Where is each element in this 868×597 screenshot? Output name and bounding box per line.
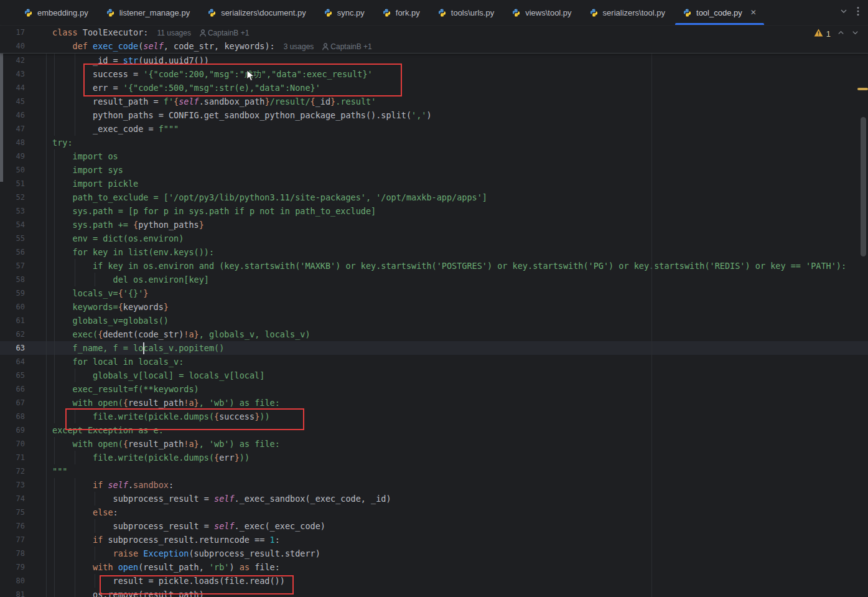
left-scroll-strip[interactable] [0, 54, 3, 182]
code-line-60[interactable]: 60 keywords={keywords} [0, 300, 868, 314]
line-number[interactable]: 75 [0, 505, 25, 519]
usages-hint[interactable]: 11 usages [157, 29, 191, 37]
author-hint[interactable]: CaptainB +1 [322, 42, 371, 51]
line-number[interactable]: 63 [0, 341, 25, 355]
code-line-46[interactable]: 46 python_paths = CONFIG.get_sandbox_pyt… [0, 108, 868, 122]
line-number[interactable]: 80 [0, 574, 25, 588]
line-number[interactable]: 53 [0, 204, 25, 218]
sticky-line-17[interactable]: 17class ToolExecutor:11 usages CaptainB … [0, 26, 868, 39]
code-line-77[interactable]: 77 if subprocess_result.returncode == 1: [0, 533, 868, 547]
code-line-78[interactable]: 78 raise Exception(subprocess_result.std… [0, 547, 868, 560]
line-number[interactable]: 40 [0, 39, 25, 53]
code-line-76[interactable]: 76 subprocess_result = self._exec(_exec_… [0, 519, 868, 533]
tab-tools-urls-py[interactable]: tools\urls.py [429, 0, 503, 25]
line-number[interactable]: 50 [0, 163, 25, 177]
code-line-58[interactable]: 58 del os.environ[key] [0, 273, 868, 286]
line-number[interactable]: 67 [0, 396, 25, 410]
code-line-70[interactable]: 70 with open({result_path!a}, 'wb') as f… [0, 437, 868, 451]
line-number[interactable]: 72 [0, 464, 25, 478]
code-line-55[interactable]: 55 env = dict(os.environ) [0, 232, 868, 245]
code-line-64[interactable]: 64 for local in locals_v: [0, 355, 868, 369]
line-number[interactable]: 61 [0, 314, 25, 327]
tab-sync-py[interactable]: sync.py [315, 0, 373, 25]
code-line-74[interactable]: 74 subprocess_result = self._exec_sandbo… [0, 492, 868, 505]
line-number[interactable]: 47 [0, 122, 25, 136]
line-number[interactable]: 46 [0, 108, 25, 122]
line-number[interactable]: 64 [0, 355, 25, 369]
line-number[interactable]: 43 [0, 67, 25, 81]
code-token: )) [240, 453, 250, 463]
line-number[interactable]: 74 [0, 492, 25, 505]
tab-tool-code-py[interactable]: tool_code.py✕ [674, 0, 765, 25]
code-line-67[interactable]: 67 with open({result_path!a}, 'wb') as f… [0, 396, 868, 410]
code-line-73[interactable]: 73 if self.sandbox: [0, 478, 868, 492]
line-number[interactable]: 57 [0, 259, 25, 273]
sticky-line-40[interactable]: 40 def exec_code(self, code_str, keyword… [0, 39, 868, 53]
code-line-57[interactable]: 57 if key in os.environ and (key.startsw… [0, 259, 868, 273]
code-line-45[interactable]: 45 result_path = f'{self.sandbox_path}/r… [0, 95, 868, 108]
usages-hint[interactable]: 3 usages [284, 42, 314, 51]
code-line-63[interactable]: 63 f_name, f = locals_v.popitem() [0, 341, 868, 355]
line-number[interactable]: 51 [0, 177, 25, 190]
line-number[interactable]: 42 [0, 54, 25, 67]
code-line-72[interactable]: 72""" [0, 464, 868, 478]
code-line-75[interactable]: 75 else: [0, 505, 868, 519]
line-number[interactable]: 58 [0, 273, 25, 286]
line-number[interactable]: 48 [0, 136, 25, 149]
tab-serializers-document-py[interactable]: serializers\document.py [198, 0, 315, 25]
line-number[interactable]: 49 [0, 149, 25, 163]
code-line-52[interactable]: 52 path_to_exclude = ['/opt/py3/lib/pyth… [0, 190, 868, 204]
author-hint[interactable]: CaptainB +1 [200, 29, 249, 37]
tab-serializers-tool-py[interactable]: serializers\tool.py [581, 0, 674, 25]
hidden-tabs-chevron-down-icon[interactable] [839, 7, 848, 18]
code-line-54[interactable]: 54 sys.path += {python_paths} [0, 218, 868, 232]
code-token: if [93, 535, 108, 545]
line-number[interactable]: 76 [0, 519, 25, 533]
code-line-49[interactable]: 49 import os [0, 149, 868, 163]
line-number[interactable]: 81 [0, 588, 25, 597]
error-stripe-warning-mark[interactable] [857, 88, 868, 90]
line-number[interactable]: 77 [0, 533, 25, 547]
code-line-48[interactable]: 48try: [0, 136, 868, 149]
code-line-50[interactable]: 50 import sys [0, 163, 868, 177]
line-number[interactable]: 78 [0, 547, 25, 560]
more-options-kebab-icon[interactable] [857, 6, 859, 19]
line-number[interactable]: 70 [0, 437, 25, 451]
code-line-51[interactable]: 51 import pickle [0, 177, 868, 190]
ide-window: embedding.py listener_manage.py serializ… [0, 0, 868, 597]
line-number[interactable]: 52 [0, 190, 25, 204]
line-number[interactable]: 62 [0, 327, 25, 341]
code-line-66[interactable]: 66 exec_result=f(**keywords) [0, 382, 868, 396]
tab-views-tool-py[interactable]: views\tool.py [503, 0, 580, 25]
tab-embedding-py[interactable]: embedding.py [15, 0, 97, 25]
code-line-71[interactable]: 71 file.write(pickle.dumps({err})) [0, 451, 868, 464]
line-number[interactable]: 68 [0, 410, 25, 423]
line-number[interactable]: 56 [0, 245, 25, 259]
code-line-59[interactable]: 59 locals_v={'{}'} [0, 286, 868, 300]
line-number[interactable]: 66 [0, 382, 25, 396]
code-line-56[interactable]: 56 for key in list(env.keys()): [0, 245, 868, 259]
line-number[interactable]: 73 [0, 478, 25, 492]
line-number[interactable]: 54 [0, 218, 25, 232]
tab-fork-py[interactable]: fork.py [373, 0, 429, 25]
code-line-79[interactable]: 79 with open(result_path, 'rb') as file: [0, 560, 868, 574]
tab-listener-manage-py[interactable]: listener_manage.py [97, 0, 198, 25]
code-line-47[interactable]: 47 _exec_code = f""" [0, 122, 868, 136]
line-number[interactable]: 71 [0, 451, 25, 464]
line-number[interactable]: 55 [0, 232, 25, 245]
line-number[interactable]: 79 [0, 560, 25, 574]
line-number[interactable]: 60 [0, 300, 25, 314]
line-number[interactable]: 17 [0, 26, 25, 39]
code-editor[interactable]: 42 _id = str(uuid.uuid7())43 success = '… [0, 54, 868, 597]
line-number[interactable]: 69 [0, 423, 25, 437]
line-number[interactable]: 59 [0, 286, 25, 300]
code-line-61[interactable]: 61 globals_v=globals() [0, 314, 868, 327]
line-number[interactable]: 65 [0, 369, 25, 382]
tab-close-icon[interactable]: ✕ [750, 9, 757, 16]
code-line-62[interactable]: 62 exec({dedent(code_str)!a}, globals_v,… [0, 327, 868, 341]
line-number[interactable]: 45 [0, 95, 25, 108]
line-number[interactable]: 44 [0, 81, 25, 95]
vertical-scrollbar-thumb[interactable] [861, 117, 866, 256]
code-line-65[interactable]: 65 globals_v[local] = locals_v[local] [0, 369, 868, 382]
code-line-53[interactable]: 53 sys.path = [p for p in sys.path if p … [0, 204, 868, 218]
